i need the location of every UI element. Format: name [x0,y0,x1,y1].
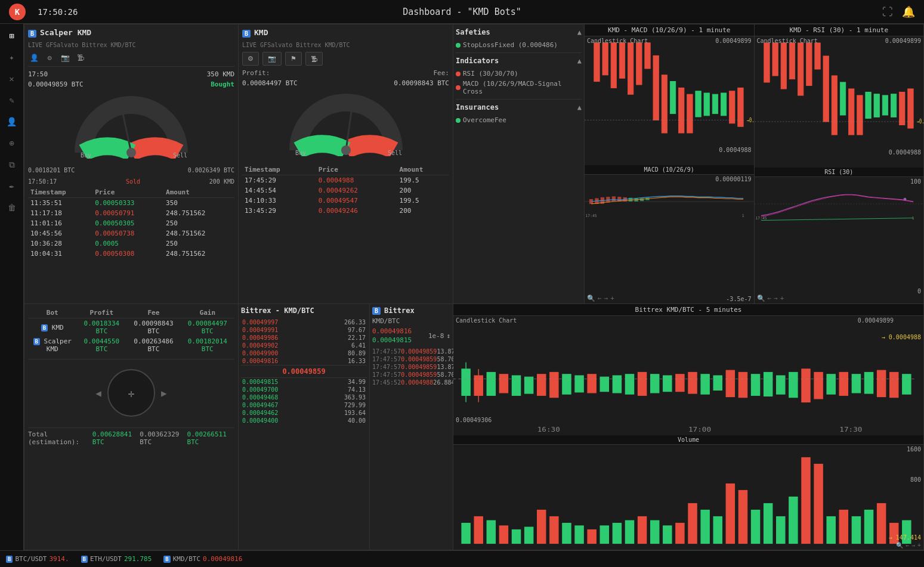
svg-rect-85 [676,374,684,392]
svg-rect-112 [512,530,521,543]
5min-candlestick-body: Candlestick Chart 0.00049899 → 0.0004988… [453,316,923,435]
scalper-status: Bought [211,80,234,88]
svg-rect-123 [651,521,659,543]
ask-price: 0.00049991 [242,327,278,333]
rsi-sub-zero: 0 [917,288,921,295]
scalper-header: B Scalper KMD [28,28,234,39]
toolbar-person-icon[interactable]: 👤 [28,52,40,64]
macd-zoom-out[interactable]: 🔍 [587,295,595,302]
kmd-title: KMD [254,28,268,37]
sidebar-icon-pen[interactable]: ✒ [5,179,19,193]
bittrex-badge: B [372,307,381,315]
top-panels-row: B Scalper KMD LIVE GFSalvato Bittrex KMD… [24,24,924,304]
sidebar-icon-edit[interactable]: ✎ [5,93,19,107]
sidebar-icon-cross[interactable]: ✕ [5,72,19,86]
svg-rect-101 [877,370,886,396]
trade-amount: 200 [397,206,449,216]
macd-price-mid: 0.0004988 [719,147,751,153]
sidebar-icon-trash[interactable]: 🗑 [5,200,19,215]
bot-gain: 0.00084497 BTC [181,318,234,337]
vol-nav-left[interactable]: ← [906,542,909,549]
trade-price: 0.00049246 [316,206,397,216]
svg-rect-122 [638,517,647,543]
macd-nav-left[interactable]: ← [598,295,602,302]
overcomefee-label: OvercomeFee [463,116,506,124]
indicators-collapse[interactable]: ▲ [577,57,582,65]
stoploss-dot [456,43,461,48]
rsi-price-high: 0.00049899 [885,38,921,44]
sep1 [456,52,582,53]
sidebar-icon-home[interactable]: ⊞ [5,29,19,43]
toolbar-box-icon[interactable]: 🗜 [75,52,86,64]
indicator-macd: MACD (10/26/9/MACD-Signal Cross [456,79,582,97]
trade-amount: 248.751562 [163,249,234,259]
vol-zoom-in[interactable]: + [917,542,921,549]
kmd-btn-camera[interactable]: 📷 [262,52,282,66]
svg-rect-53 [840,82,845,115]
macd-price-high: 0.00049899 [715,38,751,44]
kmd-btn-flag[interactable]: ⚑ [285,52,302,66]
kmd-header: B KMD [242,28,449,39]
kmd-profit-label: Profit: [242,69,270,77]
macd-zoom-in[interactable]: + [610,295,614,302]
scalper-sell-amount: 200 KMD [209,178,234,185]
svg-rect-115 [550,517,558,543]
svg-rect-25 [738,88,743,126]
toolbar-camera-icon[interactable]: 📷 [59,52,71,64]
svg-rect-118 [588,530,596,543]
bot-name: B Scalper KMD [28,336,77,354]
vol-zoom-out[interactable]: 🔍 [896,542,903,549]
svg-text:16:30: 16:30 [537,426,560,433]
toolbar-settings-icon[interactable]: ⚙ [44,52,55,64]
nav-right-arrow[interactable]: ▶ [161,388,167,399]
svg-rect-132 [764,504,772,543]
kmd-gauge-svg: Buy Sell [286,91,406,156]
svg-rect-11 [619,43,625,78]
rsi-nav-left[interactable]: ← [768,295,772,302]
insurances-collapse[interactable]: ▲ [577,103,582,111]
bid-qty: 729.99 [344,402,366,408]
kmd-btn-box[interactable]: 🗜 [305,52,323,66]
sidebar-icon-person[interactable]: 👤 [5,114,19,129]
kmd-btn-settings[interactable]: ⚙ [242,52,259,66]
bittrex-price2: 0.00049815 [372,336,412,344]
svg-rect-90 [738,372,747,397]
svg-rect-100 [865,372,873,394]
rsi-zoom-out[interactable]: 🔍 [757,295,765,302]
svg-rect-116 [563,523,571,543]
rsi-nav-right[interactable]: → [774,295,778,302]
sidebar-icon-copy[interactable]: ⧉ [5,157,19,172]
scalper-price-labels: 0.0018201 BTC 0.0026349 BTC [28,167,234,173]
svg-rect-12 [628,43,633,94]
svg-rect-136 [814,464,823,543]
svg-rect-83 [651,374,659,393]
status-price: 3914. [49,555,69,563]
svg-rect-71 [499,374,508,393]
status-price: 0.00049816 [203,555,242,563]
volume-svg [453,445,923,550]
svg-rect-48 [814,43,820,69]
indicator-rsi-label: RSI (30/30/70) [463,70,518,78]
safeties-collapse[interactable]: ▲ [577,28,582,36]
svg-rect-19 [670,82,675,114]
sidebar-icon-add[interactable]: ⊕ [5,136,19,150]
fullscreen-icon[interactable]: ⛶ [882,5,893,18]
nav-circle[interactable]: ✛ [107,369,155,417]
status-pair: KMD/BTC [173,555,200,563]
svg-text:17:45: 17:45 [586,213,597,218]
list-item: 0.00049468363.93 [241,394,367,401]
macd-nav-right[interactable]: → [604,295,608,302]
sidebar-icon-star[interactable]: ✦ [5,50,19,64]
safeties-title: Safeties [456,28,490,36]
nav-left-arrow[interactable]: ◀ [95,388,101,399]
svg-rect-10 [611,43,616,88]
bell-icon[interactable]: 🔔 [902,5,915,18]
svg-rect-108 [462,523,470,543]
vol-nav-right[interactable]: → [911,542,915,549]
bot-col-bot: Bot [28,308,77,318]
rsi-zoom-in[interactable]: + [780,295,784,302]
table-row: 10:36:28 0.0005 250 [28,238,234,249]
svg-rect-84 [663,376,672,392]
sidebar: ⊞ ✦ ✕ ✎ 👤 ⊕ ⧉ ✒ 🗑 [0,24,24,550]
list-item: 0.0004999197.67 [241,326,367,334]
